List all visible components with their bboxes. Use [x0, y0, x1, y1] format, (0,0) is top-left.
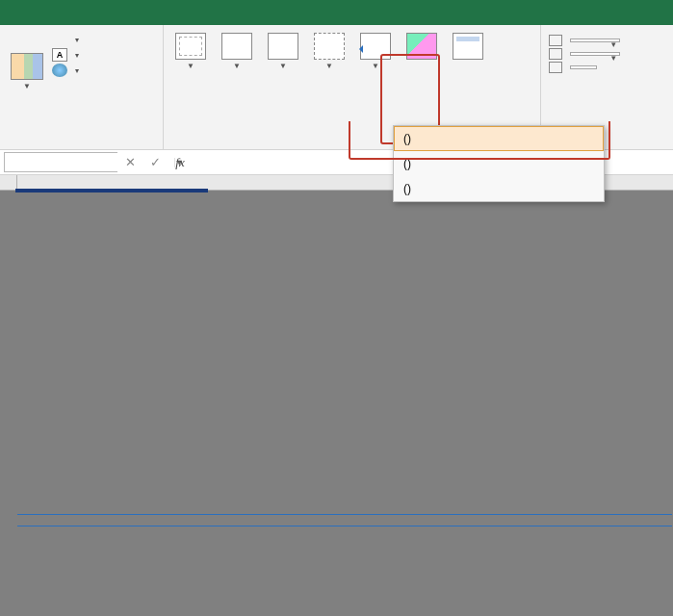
insert-function-button[interactable]: fx	[168, 152, 193, 173]
confirm-formula-button[interactable]: ✓	[142, 152, 168, 173]
insert-page-break-item[interactable]: ()	[394, 126, 604, 151]
background-button[interactable]	[399, 29, 445, 114]
scale-width-combo[interactable]	[570, 38, 620, 42]
colors-button[interactable]: ▾	[52, 33, 79, 46]
breaks-button[interactable]: ▼	[352, 29, 399, 114]
width-icon	[549, 35, 562, 46]
height-icon	[549, 48, 562, 60]
size-button[interactable]: ▼	[260, 29, 306, 114]
margins-button[interactable]: ▼	[168, 29, 214, 114]
effects-button[interactable]: ▾	[52, 64, 79, 77]
themes-icon	[11, 53, 43, 80]
background-icon	[406, 33, 437, 60]
ribbon-tabs	[0, 0, 673, 25]
worksheet-area	[0, 175, 673, 616]
theme-group-label	[4, 145, 159, 149]
scale-zoom-spin[interactable]	[570, 65, 597, 69]
reset-page-breaks-item[interactable]: ()	[394, 176, 604, 201]
breaks-dropdown: () () ()	[393, 125, 605, 202]
margins-icon	[175, 33, 206, 60]
select-all-corner[interactable]	[0, 175, 17, 190]
print-area-button[interactable]: ▼	[306, 29, 352, 114]
chevron-down-icon: ▼	[23, 82, 31, 90]
cancel-formula-button[interactable]: ✕	[117, 152, 142, 173]
page-break-indicator	[17, 526, 672, 526]
print-area-icon	[314, 33, 345, 60]
name-box[interactable]: ▼	[4, 152, 117, 172]
effects-icon	[52, 64, 67, 77]
scale-height-combo[interactable]	[570, 52, 620, 56]
orientation-button[interactable]: ▼	[214, 29, 260, 114]
remove-page-break-item[interactable]: ()	[394, 151, 604, 176]
fonts-icon: A	[52, 48, 67, 62]
orientation-icon	[221, 33, 252, 60]
themes-button[interactable]: ▼	[4, 29, 50, 114]
zoom-icon	[549, 62, 562, 73]
scale-group-label	[545, 73, 669, 77]
print-titles-button[interactable]	[445, 29, 491, 114]
fonts-button[interactable]: A ▾	[52, 48, 79, 62]
colors-icon	[52, 33, 67, 46]
print-titles-icon	[453, 33, 483, 60]
page-break-indicator	[17, 514, 672, 515]
breaks-icon	[360, 33, 391, 60]
size-icon	[268, 33, 298, 60]
